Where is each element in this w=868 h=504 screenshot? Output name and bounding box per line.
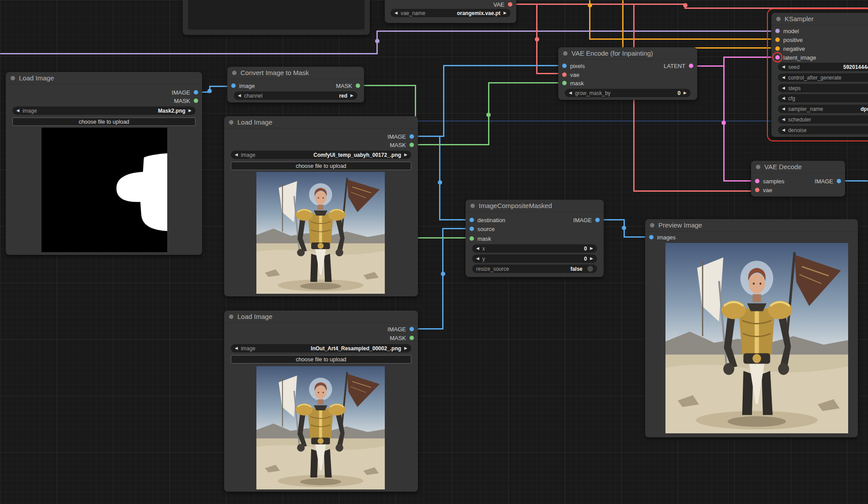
image-file-widget[interactable]: ◀ image Mask2.png ▶ (12, 106, 195, 115)
node-vae-decode[interactable]: VAE Decode samples IMAGE vae (751, 161, 845, 197)
node-ksampler[interactable]: KSampler model positive negative latent_… (771, 13, 868, 137)
vae-slot-icon[interactable] (755, 188, 759, 192)
mask-slot-icon[interactable] (356, 83, 360, 88)
node-load-image-mask[interactable]: Load Image IMAGE MASK ◀ image Mask2.png … (6, 72, 202, 255)
output-slot-vae[interactable]: VAE (493, 0, 512, 9)
input-slot-source[interactable]: source (470, 224, 495, 233)
mask-slot-icon[interactable] (194, 99, 198, 103)
comfyui-node-graph-canvas[interactable]: { "nodes": { "load_vae": { "output_vae":… (0, 0, 868, 504)
output-slot-mask[interactable]: MASK (390, 333, 414, 342)
prev-arrow-icon[interactable]: ◀ (16, 109, 19, 113)
next-arrow-icon[interactable]: ▶ (684, 91, 687, 95)
next-arrow-icon[interactable]: ▶ (188, 109, 192, 113)
output-slot-mask[interactable]: MASK (174, 96, 198, 105)
output-slot-latent[interactable]: LATENT (664, 61, 693, 70)
next-arrow-icon[interactable]: ▶ (504, 11, 507, 15)
toggle-knob-icon[interactable] (587, 266, 593, 272)
output-slot-mask[interactable]: MASK (336, 81, 360, 90)
input-slot-positive[interactable]: positive (775, 35, 803, 44)
output-slot-image[interactable]: IMAGE (815, 177, 841, 186)
image-slot-icon[interactable] (595, 218, 600, 222)
prev-arrow-icon[interactable]: ◀ (476, 246, 479, 250)
latent-slot-icon[interactable] (689, 64, 693, 68)
seed-widget[interactable]: ◀ seed 59201444489 (778, 63, 868, 71)
image-slot-icon[interactable] (470, 227, 474, 231)
denoise-widget[interactable]: ◀ denoise (778, 126, 868, 134)
grow-mask-by-widget[interactable]: ◀ grow_mask_by 0 ▶ (565, 89, 691, 97)
y-widget[interactable]: ◀ y 0 ▶ (472, 254, 597, 263)
node-title-bar[interactable]: Convert Image to Mask (227, 67, 364, 79)
prev-arrow-icon[interactable]: ◀ (782, 96, 785, 100)
input-slot-model[interactable]: model (775, 27, 799, 35)
node-image-composite-masked[interactable]: ImageCompositeMasked destination IMAGE s… (466, 200, 604, 277)
node-title-bar[interactable]: Load Image (224, 116, 418, 129)
prev-arrow-icon[interactable]: ◀ (238, 94, 241, 98)
image-slot-icon[interactable] (410, 327, 414, 331)
output-slot-image[interactable]: IMAGE (573, 216, 600, 224)
cfg-widget[interactable]: ◀ cfg (778, 94, 868, 102)
input-slot-images[interactable]: images (649, 233, 676, 242)
node-title-bar[interactable]: VAE Encode (for Inpainting) (558, 47, 697, 60)
choose-file-button[interactable]: choose file to upload (231, 355, 411, 364)
input-slot-vae[interactable]: vae (755, 186, 772, 194)
prev-arrow-icon[interactable]: ◀ (782, 65, 785, 69)
scheduler-widget[interactable]: ◀ scheduler (778, 115, 868, 124)
prev-arrow-icon[interactable]: ◀ (782, 117, 785, 121)
prev-arrow-icon[interactable]: ◀ (782, 128, 785, 132)
mask-slot-icon[interactable] (562, 81, 567, 85)
image-slot-icon[interactable] (410, 134, 414, 139)
conditioning-slot-icon[interactable] (775, 38, 780, 42)
node-load-image-bottom[interactable]: Load Image IMAGE MASK ◀ image InOut_Art4… (224, 311, 418, 492)
vae-slot-icon[interactable] (562, 72, 567, 77)
prev-arrow-icon[interactable]: ◀ (235, 153, 238, 157)
image-slot-icon[interactable] (194, 90, 198, 95)
output-slot-image[interactable]: IMAGE (387, 132, 414, 141)
sampler-name-widget[interactable]: ◀ sampler_name dpmpp_2m (778, 105, 868, 113)
mask-slot-icon[interactable] (470, 236, 474, 241)
node-title-bar[interactable]: ImageCompositeMasked (466, 200, 604, 212)
control-after-generate-widget[interactable]: ◀ control_after_generate (778, 73, 868, 82)
prev-arrow-icon[interactable]: ◀ (476, 257, 479, 261)
next-arrow-icon[interactable]: ▶ (590, 257, 593, 261)
node-title-bar[interactable]: Preview Image (645, 219, 858, 231)
prev-arrow-icon[interactable]: ◀ (235, 346, 238, 350)
steps-widget[interactable]: ◀ steps (778, 84, 868, 92)
image-slot-icon[interactable] (562, 64, 567, 68)
prev-arrow-icon[interactable]: ◀ (782, 76, 785, 80)
node-vae-encode-inpainting[interactable]: VAE Encode (for Inpainting) pixels LATEN… (558, 47, 697, 100)
node-preview-image[interactable]: Preview Image images (645, 219, 858, 437)
prev-arrow-icon[interactable]: ◀ (782, 86, 785, 90)
next-arrow-icon[interactable]: ▶ (350, 94, 353, 98)
input-slot-negative[interactable]: negative (775, 44, 805, 53)
input-slot-image[interactable]: image (231, 81, 255, 90)
input-slot-pixels[interactable]: pixels (562, 61, 585, 70)
channel-widget[interactable]: ◀ channel red ▶ (234, 91, 357, 100)
latent-slot-icon[interactable] (775, 55, 780, 60)
image-slot-icon[interactable] (231, 83, 236, 88)
prev-arrow-icon[interactable]: ◀ (569, 91, 572, 95)
input-slot-mask[interactable]: mask (470, 234, 491, 243)
output-slot-image[interactable]: IMAGE (387, 325, 414, 333)
node-title-bar[interactable]: KSampler (771, 13, 868, 25)
output-slot-mask[interactable]: MASK (390, 140, 414, 149)
mask-slot-icon[interactable] (410, 143, 414, 147)
node-load-vae[interactable]: VAE ◀ vae_name orangemix.vae.pt ▶ (385, 0, 516, 23)
image-slot-icon[interactable] (470, 218, 474, 222)
next-arrow-icon[interactable]: ▶ (590, 246, 593, 250)
image-file-widget[interactable]: ◀ image ComfyUI_temp_uabyh_00172_.png ▶ (231, 151, 411, 159)
node-title-bar[interactable]: Load Image (224, 311, 418, 323)
prev-arrow-icon[interactable]: ◀ (395, 11, 398, 15)
node-title-bar[interactable]: VAE Decode (751, 161, 845, 173)
image-file-widget[interactable]: ◀ image InOut_Art4_Resampled_00002_.png … (231, 344, 411, 352)
next-arrow-icon[interactable]: ▶ (404, 346, 407, 350)
prev-arrow-icon[interactable]: ◀ (782, 107, 785, 111)
input-slot-mask[interactable]: mask (562, 79, 584, 87)
mask-slot-icon[interactable] (410, 336, 414, 340)
choose-file-button[interactable]: choose file to upload (231, 162, 411, 170)
vae-name-widget[interactable]: ◀ vae_name orangemix.vae.pt ▶ (391, 9, 511, 17)
node-convert-image-to-mask[interactable]: Convert Image to Mask image MASK ◀ chann… (227, 67, 364, 102)
input-slot-destination[interactable]: destination (470, 216, 505, 224)
node-title-bar[interactable]: Load Image (6, 72, 202, 84)
input-slot-latent-image[interactable]: latent_image (775, 53, 816, 62)
conditioning-slot-icon[interactable] (775, 46, 780, 51)
